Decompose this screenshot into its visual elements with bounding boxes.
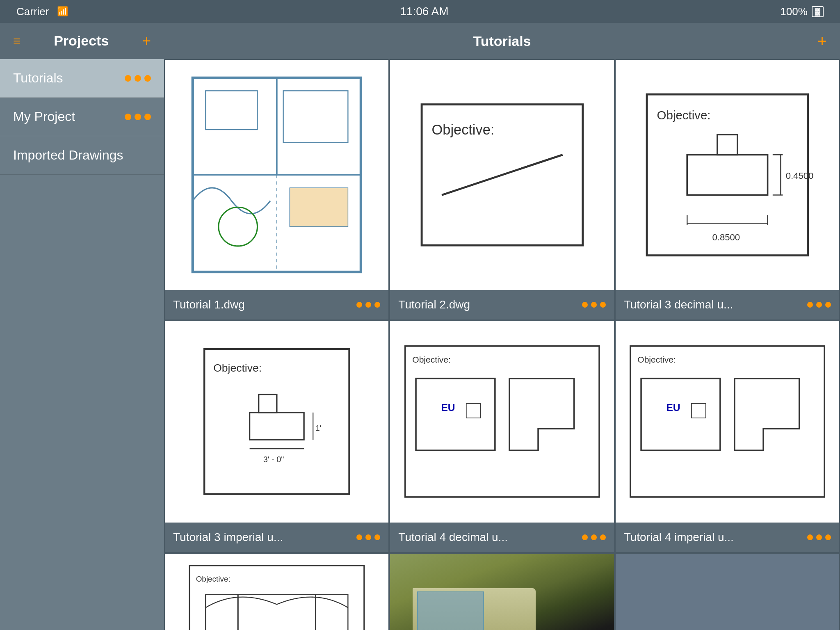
my-project-dots[interactable]: [125, 114, 151, 120]
dot-2: [135, 75, 141, 82]
d2: [816, 534, 822, 540]
tutorial4i-svg: Objective: EU: [627, 342, 828, 501]
svg-text:Objective:: Objective:: [196, 575, 230, 583]
svg-rect-4: [283, 91, 348, 142]
drawing-item-3[interactable]: Objective: 0.8500 0.4500: [615, 59, 840, 320]
sidebar-item-tutorials[interactable]: Tutorials: [0, 59, 164, 98]
dot-1: [125, 114, 131, 120]
d2: [591, 534, 597, 540]
drawing-dots-3[interactable]: [807, 302, 831, 308]
d1: [356, 534, 362, 540]
svg-text:Objective:: Objective:: [657, 108, 711, 122]
tutorial5-svg: Objective: Stay bri: [186, 562, 368, 630]
sidebar-item-my-project[interactable]: My Project: [0, 98, 164, 136]
dot-1: [125, 75, 131, 82]
status-bar: Carrier 📶 11:06 AM 100% ▓: [0, 0, 840, 23]
d3: [374, 302, 380, 308]
drawing-item-4[interactable]: Objective: 3' - 0" 1' Tutorial 3 imperia…: [164, 320, 389, 553]
preview-7: Objective: Stay bri: [165, 554, 388, 630]
drawings-grid: Tutorial 1.dwg Objective:: [164, 59, 840, 630]
d1: [582, 534, 588, 540]
drawing-dots-6[interactable]: [807, 534, 831, 540]
preview-6: Objective: EU: [616, 321, 839, 523]
d2: [365, 534, 371, 540]
tutorials-dots[interactable]: [125, 75, 151, 82]
status-left: Carrier 📶: [16, 5, 68, 18]
drawing-item-6[interactable]: Objective: EU Tutorial 4 imperial u...: [615, 320, 840, 553]
preview-1: [165, 60, 388, 290]
drawing-dots-5[interactable]: [582, 534, 606, 540]
right-header: Tutorials +: [164, 23, 840, 59]
d3: [825, 302, 831, 308]
footer-3: Tutorial 3 decimal u...: [616, 290, 839, 320]
preview-3: Objective: 0.8500 0.4500: [616, 60, 839, 290]
battery-icon: ▓: [812, 6, 824, 17]
d2: [816, 302, 822, 308]
drawing-item-1[interactable]: Tutorial 1.dwg: [164, 59, 389, 320]
status-right: 100% ▓: [780, 5, 824, 18]
svg-text:EU: EU: [666, 402, 680, 413]
hamburger-icon[interactable]: ≡: [13, 34, 21, 48]
floorplan-svg: [186, 71, 368, 278]
preview-4: Objective: 3' - 0" 1': [165, 321, 388, 523]
drawing-name-2: Tutorial 2.dwg: [398, 298, 470, 311]
tutorial2-svg: Objective:: [402, 74, 603, 276]
right-add-button[interactable]: +: [817, 32, 827, 50]
drawing-item-5[interactable]: Objective: EU Tutorial 4 decimal u...: [389, 320, 614, 553]
sidebar-item-imported-drawings[interactable]: Imported Drawings: [0, 136, 164, 175]
drawing-dots-1[interactable]: [356, 302, 380, 308]
dot-2: [135, 114, 141, 120]
drawing-item-2[interactable]: Objective: Tutorial 2.dwg: [389, 59, 614, 320]
main-layout: ≡ Projects + Tutorials My Project Import…: [0, 23, 840, 630]
drawing-name-5: Tutorial 4 decimal u...: [398, 531, 508, 544]
svg-rect-26: [249, 413, 304, 440]
svg-rect-27: [258, 395, 276, 413]
svg-rect-44: [205, 595, 348, 630]
d1: [582, 302, 588, 308]
svg-text:1': 1': [316, 424, 321, 432]
svg-rect-41: [692, 404, 706, 418]
svg-text:0.4500: 0.4500: [786, 171, 814, 181]
carrier-label: Carrier: [16, 5, 49, 18]
svg-rect-15: [717, 135, 737, 155]
sidebar-header: ≡ Projects +: [0, 23, 164, 59]
footer-2: Tutorial 2.dwg: [390, 290, 614, 320]
svg-text:Objective:: Objective:: [412, 355, 450, 365]
d2: [591, 302, 597, 308]
d1: [807, 302, 813, 308]
svg-text:EU: EU: [441, 402, 455, 413]
sidebar-add-button[interactable]: +: [142, 32, 151, 50]
svg-rect-32: [405, 346, 599, 497]
svg-rect-34: [416, 379, 495, 450]
empty-cell: [615, 553, 840, 630]
svg-text:Objective:: Objective:: [213, 362, 262, 374]
drawing-dots-4[interactable]: [356, 534, 380, 540]
svg-rect-36: [466, 404, 480, 418]
d3: [600, 302, 606, 308]
drawing-item-8[interactable]: Tutorial 6 (3D).dwg: [389, 553, 614, 630]
svg-line-11: [442, 155, 562, 195]
tutorial3i-svg: Objective: 3' - 0" 1': [186, 331, 368, 512]
drawing-item-7[interactable]: Objective: Stay bri: [164, 553, 389, 630]
sidebar-item-tutorials-label: Tutorials: [13, 71, 63, 86]
sidebar-item-imported-drawings-label: Imported Drawings: [13, 148, 123, 163]
svg-rect-5: [290, 188, 348, 227]
d3: [600, 534, 606, 540]
sidebar-title: Projects: [54, 33, 109, 49]
svg-text:3' - 0": 3' - 0": [263, 455, 284, 464]
drawing-name-1: Tutorial 1.dwg: [173, 298, 245, 311]
tutorial3d-svg: Objective: 0.8500 0.4500: [627, 74, 828, 276]
d3: [825, 534, 831, 540]
drawing-name-3: Tutorial 3 decimal u...: [624, 298, 733, 311]
battery-label: 100%: [780, 5, 808, 18]
svg-rect-14: [687, 155, 767, 195]
preview-8: [390, 554, 614, 630]
dot-3: [144, 75, 151, 82]
svg-rect-37: [630, 346, 824, 497]
footer-6: Tutorial 4 imperial u...: [616, 523, 839, 552]
svg-text:Objective:: Objective:: [637, 355, 676, 365]
drawing-dots-2[interactable]: [582, 302, 606, 308]
svg-rect-39: [641, 379, 720, 450]
drawing-name-4: Tutorial 3 imperial u...: [173, 531, 283, 544]
right-panel-title: Tutorials: [473, 33, 531, 49]
